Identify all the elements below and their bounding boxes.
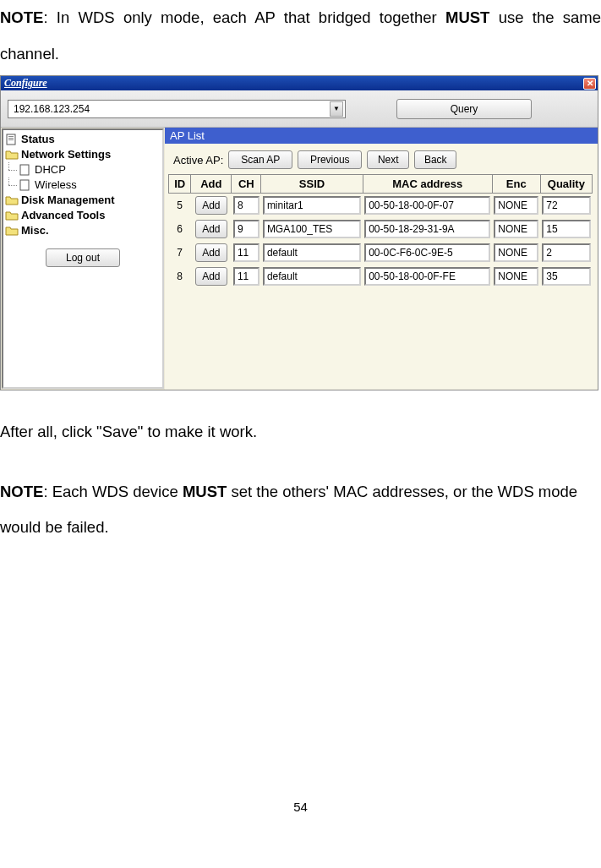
quality-input[interactable]: 72 bbox=[542, 196, 590, 215]
aplist-header: AP List bbox=[165, 128, 598, 144]
ssid-input[interactable]: MGA100_TES bbox=[263, 220, 361, 238]
col-ssid: SSID bbox=[261, 175, 363, 194]
configure-window: Configure ✕ 192.168.123.254 ▼ Query Stat… bbox=[0, 75, 598, 390]
ch-input[interactable]: 9 bbox=[233, 220, 260, 238]
toolbar: 192.168.123.254 ▼ Query bbox=[1, 90, 598, 128]
quality-input[interactable]: 15 bbox=[542, 220, 590, 238]
sidebar-label: Wireless bbox=[35, 178, 77, 192]
svg-rect-4 bbox=[20, 165, 29, 175]
sidebar-item-dhcp[interactable]: DHCP bbox=[3, 162, 162, 177]
add-label: Add bbox=[202, 199, 220, 211]
enc-input[interactable]: NONE bbox=[494, 267, 538, 286]
col-id: ID bbox=[169, 175, 191, 194]
chevron-down-icon[interactable]: ▼ bbox=[330, 101, 343, 117]
svg-rect-3 bbox=[8, 139, 14, 140]
folder-icon bbox=[5, 225, 19, 237]
enc-input[interactable]: NONE bbox=[494, 220, 538, 238]
ch-input[interactable]: 8 bbox=[233, 196, 260, 215]
sidebar-label: Status bbox=[21, 133, 55, 146]
previous-button[interactable]: Previous bbox=[298, 150, 362, 169]
quality-input[interactable]: 35 bbox=[542, 267, 590, 286]
col-mac: MAC address bbox=[363, 175, 492, 194]
note-1-text1: : In WDS only mode, each AP that bridged… bbox=[43, 8, 445, 26]
ch-input[interactable]: 11 bbox=[233, 243, 260, 262]
mac-input[interactable]: 00-50-18-29-31-9A bbox=[364, 220, 490, 238]
note-prefix: NOTE bbox=[0, 8, 43, 26]
logout-label: Log out bbox=[66, 252, 100, 264]
folder-icon bbox=[5, 149, 19, 161]
close-icon: ✕ bbox=[587, 79, 593, 88]
sidebar-label: Misc. bbox=[21, 224, 49, 237]
sidebar-item-network[interactable]: Network Settings bbox=[3, 147, 162, 162]
cell-id: 8 bbox=[169, 265, 191, 288]
add-button[interactable]: Add bbox=[195, 243, 227, 262]
address-value: 192.168.123.254 bbox=[14, 103, 90, 115]
mac-input[interactable]: 00-50-18-00-0F-FE bbox=[364, 267, 490, 286]
note-1: NOTE: In WDS only mode, each AP that bri… bbox=[0, 0, 601, 72]
svg-rect-1 bbox=[8, 136, 14, 137]
svg-rect-2 bbox=[8, 138, 14, 139]
sidebar-item-disk[interactable]: Disk Management bbox=[3, 193, 162, 208]
after-all-text: After all, click "Save" to make it work. bbox=[0, 414, 601, 450]
main-panel: AP List Active AP: Scan AP Previous Next… bbox=[165, 128, 598, 390]
sidebar-label: Network Settings bbox=[21, 148, 111, 161]
address-dropdown[interactable]: 192.168.123.254 ▼ bbox=[8, 100, 346, 118]
cell-id: 6 bbox=[169, 217, 191, 241]
close-button[interactable]: ✕ bbox=[583, 78, 596, 90]
page-icon bbox=[19, 179, 32, 191]
enc-input[interactable]: NONE bbox=[494, 243, 538, 262]
add-button[interactable]: Add bbox=[195, 196, 227, 215]
prev-label: Previous bbox=[310, 154, 350, 166]
mac-input[interactable]: 00-0C-F6-0C-9E-5 bbox=[364, 243, 490, 262]
sidebar-label: Advanced Tools bbox=[21, 209, 105, 222]
table-row: 6 Add 9 MGA100_TES 00-50-18-29-31-9A NON… bbox=[169, 217, 593, 241]
query-label: Query bbox=[451, 103, 478, 115]
col-quality: Quality bbox=[540, 175, 592, 194]
enc-input[interactable]: NONE bbox=[494, 196, 538, 215]
add-button[interactable]: Add bbox=[195, 267, 227, 286]
table-row: 7 Add 11 default 00-0C-F6-0C-9E-5 NONE 2 bbox=[169, 241, 593, 265]
add-label: Add bbox=[202, 270, 220, 282]
sidebar-item-misc[interactable]: Misc. bbox=[3, 223, 162, 238]
ap-list-table: ID Add CH SSID MAC address Enc Quality bbox=[168, 174, 593, 288]
sidebar-item-advanced[interactable]: Advanced Tools bbox=[3, 208, 162, 223]
sidebar-item-wireless[interactable]: Wireless bbox=[3, 177, 162, 193]
table-row: 8 Add 11 default 00-50-18-00-0F-FE NONE … bbox=[169, 265, 593, 288]
sidebar-tree: Status Network Settings DHCP bbox=[2, 128, 164, 389]
note-prefix: NOTE bbox=[0, 483, 43, 500]
back-label: Back bbox=[424, 154, 447, 166]
svg-rect-5 bbox=[20, 180, 29, 190]
ch-input[interactable]: 11 bbox=[233, 267, 260, 286]
next-button[interactable]: Next bbox=[367, 150, 409, 169]
folder-icon bbox=[5, 194, 19, 206]
add-label: Add bbox=[202, 247, 220, 259]
titlebar: Configure ✕ bbox=[1, 76, 598, 90]
scan-label: Scan AP bbox=[241, 154, 280, 166]
cell-id: 7 bbox=[169, 241, 191, 265]
note-2-must: MUST bbox=[183, 483, 227, 500]
content-area: Status Network Settings DHCP bbox=[1, 128, 598, 390]
quality-input[interactable]: 2 bbox=[542, 243, 590, 262]
note2-text1: : Each WDS device bbox=[43, 483, 183, 500]
page-number: 54 bbox=[0, 800, 601, 822]
next-label: Next bbox=[378, 154, 399, 166]
add-label: Add bbox=[202, 223, 220, 235]
add-button[interactable]: Add bbox=[195, 220, 227, 238]
ssid-input[interactable]: default bbox=[263, 243, 361, 262]
ssid-input[interactable]: minitar1 bbox=[263, 196, 361, 215]
col-ch: CH bbox=[232, 175, 261, 194]
back-button[interactable]: Back bbox=[414, 150, 456, 169]
window-title: Configure bbox=[4, 77, 47, 90]
note-1-must: MUST bbox=[445, 8, 489, 26]
ssid-input[interactable]: default bbox=[263, 267, 361, 286]
scan-ap-button[interactable]: Scan AP bbox=[228, 150, 292, 169]
logout-button[interactable]: Log out bbox=[46, 248, 120, 267]
cell-id: 5 bbox=[169, 194, 191, 217]
page-icon bbox=[5, 134, 19, 145]
query-button[interactable]: Query bbox=[396, 99, 532, 119]
mac-input[interactable]: 00-50-18-00-0F-07 bbox=[364, 196, 490, 215]
sidebar-label: DHCP bbox=[35, 163, 66, 177]
sidebar-item-status[interactable]: Status bbox=[3, 132, 162, 147]
sidebar-label: Disk Management bbox=[21, 194, 115, 207]
col-enc: Enc bbox=[492, 175, 540, 194]
